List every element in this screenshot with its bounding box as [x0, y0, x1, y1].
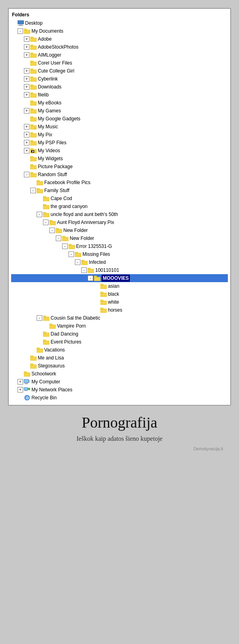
tree-row-black[interactable]: black: [11, 290, 228, 298]
tree-row-binary[interactable]: - 100110101: [11, 266, 228, 274]
tree-row-infected[interactable]: - Infected: [11, 258, 228, 266]
svg-rect-75: [100, 300, 103, 301]
expander-placeholder: [37, 204, 42, 209]
expander-cousin-sal[interactable]: -: [37, 315, 42, 321]
item-label-cape-cod: Cape Cod: [51, 195, 72, 202]
tree-row-missing-files[interactable]: - Missing Files: [11, 250, 228, 258]
tree-row-adobestockphotos[interactable]: + AdobeStockPhotos: [11, 43, 228, 51]
tree-row-facebook-pics[interactable]: Facebook Profile Pics: [11, 179, 228, 187]
tree-row-picture-package[interactable]: Picture Package: [11, 163, 228, 171]
tree-row-vacations[interactable]: Vacations: [11, 346, 228, 354]
expander-my-music[interactable]: +: [24, 124, 29, 130]
folder-icon: [30, 69, 37, 74]
tree-row-stegosaurus[interactable]: Stegosaurus: [11, 362, 228, 370]
tree-row-cyberlink[interactable]: + Cyberlink: [11, 75, 228, 83]
tree-row-new-folder-1[interactable]: - New Folder: [11, 226, 228, 234]
tree-row-my-ebooks[interactable]: My eBooks: [11, 99, 228, 107]
tree-row-white[interactable]: white: [11, 298, 228, 306]
svg-rect-91: [30, 363, 33, 365]
expander-my-computer[interactable]: +: [18, 379, 23, 385]
expander-aimlogger[interactable]: +: [24, 52, 29, 58]
tree-row-random-stuff[interactable]: - Random Stuff: [11, 171, 228, 179]
expander-my-games[interactable]: +: [24, 108, 29, 114]
expander-uncle-floyd[interactable]: -: [37, 212, 42, 217]
tree-row-my-music[interactable]: + ♪ My Music: [11, 123, 228, 131]
expander-adobestockphotos[interactable]: +: [24, 44, 29, 50]
tree-row-my-google-gadgets[interactable]: My Google Gadgets: [11, 115, 228, 123]
svg-rect-41: [30, 164, 33, 166]
expander-binary[interactable]: -: [81, 267, 87, 273]
tree-row-filelib[interactable]: + filelib: [11, 91, 228, 99]
expander-adobe[interactable]: +: [24, 36, 29, 42]
svg-rect-18: [30, 84, 33, 86]
tree-row-vampire-porn[interactable]: Vampire Porn: [11, 322, 228, 330]
expander-placeholder: [94, 283, 100, 289]
tree-row-my-games[interactable]: + My Games: [11, 107, 228, 115]
expander-missing-files[interactable]: -: [69, 251, 74, 257]
svg-rect-51: [43, 204, 46, 206]
tree-row-my-psp-files[interactable]: + My PSP Files: [11, 139, 228, 147]
tree-row-my-videos[interactable]: + My Videos: [11, 147, 228, 155]
expander-my-videos[interactable]: +: [24, 148, 29, 153]
expander-family-stuff[interactable]: -: [30, 188, 36, 193]
tree-row-schoolwork[interactable]: Schoolwork: [11, 370, 228, 378]
expander-aunt-floyd[interactable]: -: [43, 220, 49, 225]
tree-row-my-documents[interactable]: - My Documents: [11, 27, 228, 35]
expander-infected[interactable]: -: [75, 259, 80, 265]
tree-row-new-folder-2[interactable]: - New Folder: [11, 234, 228, 242]
tree-row-asian[interactable]: asian: [11, 282, 228, 290]
tree-row-cute-college[interactable]: + Cute College Girl: [11, 67, 228, 75]
tree-row-cape-cod[interactable]: Cape Cod: [11, 194, 228, 202]
expander-placeholder: [94, 291, 100, 297]
svg-text:♪: ♪: [34, 126, 36, 129]
expander-cyberlink[interactable]: +: [24, 76, 29, 82]
tree-row-grand-canyon[interactable]: the grand canyon: [11, 202, 228, 210]
item-label-corel: Corel User Files: [38, 59, 72, 67]
expander-new-folder-2[interactable]: -: [56, 236, 61, 241]
tree-row-me-and-lisa[interactable]: Me and Lisa: [11, 354, 228, 362]
tree-row-horses[interactable]: horses: [11, 306, 228, 314]
expander-filelib[interactable]: +: [24, 92, 29, 98]
svg-rect-78: [43, 317, 49, 321]
tree-row-error[interactable]: - Error 1325531-G: [11, 242, 228, 250]
tree-row-recycle-bin[interactable]: ♻ Recycle Bin: [11, 394, 228, 402]
svg-rect-47: [37, 188, 39, 190]
expander-my-pix[interactable]: +: [24, 132, 29, 137]
expander-cute-college[interactable]: +: [24, 68, 29, 74]
tree-row-downloads[interactable]: + Downloads: [11, 83, 228, 91]
svg-rect-50: [43, 205, 49, 209]
expander-new-folder-1[interactable]: -: [49, 228, 55, 233]
tree-row-adobe[interactable]: + Adobe: [11, 35, 228, 43]
svg-rect-42: [30, 173, 37, 177]
tree-row-my-network[interactable]: + My Network Places: [11, 386, 228, 394]
tree-row-corel[interactable]: Corel User Files: [11, 59, 228, 67]
tree-row-cousin-sal[interactable]: - Cousin Sal the Diabetic: [11, 314, 228, 322]
tree-row-my-widgets[interactable]: My Widgets: [11, 155, 228, 163]
network-icon: [24, 387, 30, 393]
expander-my-network[interactable]: +: [18, 387, 23, 393]
expander-error[interactable]: -: [62, 243, 68, 249]
item-label-grand-canyon: the grand canyon: [51, 203, 88, 210]
tree-row-aimlogger[interactable]: + AIMLogger: [11, 51, 228, 59]
folder-icon: [43, 212, 49, 217]
expander-mooovies[interactable]: -: [88, 275, 93, 281]
tree-row-my-computer[interactable]: + My Computer: [11, 378, 228, 386]
svg-rect-101: [25, 391, 27, 391]
tree-row-event-pictures[interactable]: Event Pictures: [11, 338, 228, 346]
expander-downloads[interactable]: +: [24, 84, 29, 90]
tree-panel: Folders Desktop- My Documents+ Adobe+ Ad…: [8, 8, 231, 406]
tree-row-family-stuff[interactable]: - Family Stuff: [11, 187, 228, 194]
tree-row-my-pix[interactable]: + My Pix: [11, 131, 228, 139]
item-label-error: Error 1325531-G: [76, 243, 112, 250]
tree-row-mooovies[interactable]: - MOOOVIES: [11, 274, 228, 282]
tree-row-uncle-floyd[interactable]: - uncle floyd and aunt beth's 50th: [11, 210, 228, 218]
expander-random-stuff[interactable]: -: [24, 172, 29, 177]
item-label-asian: asian: [108, 283, 120, 290]
tree-row-dad-dancing[interactable]: Dad Dancing: [11, 330, 228, 338]
tree-row-desktop[interactable]: Desktop: [11, 19, 228, 27]
expander-my-psp-files[interactable]: +: [24, 140, 29, 145]
item-label-adobestockphotos: AdobeStockPhotos: [38, 43, 78, 51]
expander-placeholder: [94, 299, 100, 305]
tree-row-aunt-floyd[interactable]: - Aunt Floyd Anniversary Pix: [11, 218, 228, 226]
expander-my-documents[interactable]: -: [18, 28, 23, 34]
